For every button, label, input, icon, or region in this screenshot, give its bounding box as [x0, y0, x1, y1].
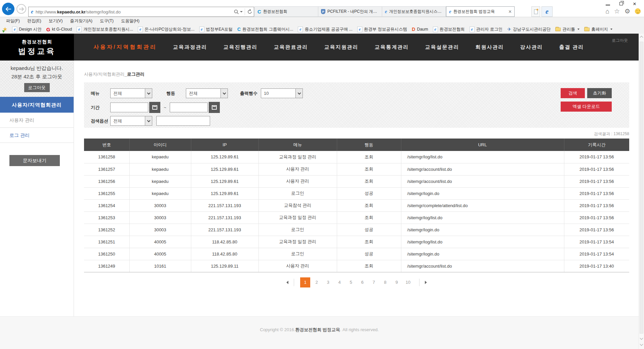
nav-item[interactable]: 교육완료관리: [274, 44, 308, 50]
table-row[interactable]: 136125430003221.157.131.193교육참석 관리조회/sit…: [84, 199, 629, 211]
table-row[interactable]: 136125140005118.42.85.80교육과정 일정 관리조회/sit…: [84, 236, 629, 248]
nav-item[interactable]: 사용자/지역협회관리: [93, 44, 157, 51]
nav-item[interactable]: 교육지원관리: [324, 44, 358, 50]
date-from-calendar-button[interactable]: [149, 102, 160, 113]
date-to-input[interactable]: [170, 103, 208, 112]
site-logo[interactable]: 환경보전협회 법정교육: [0, 34, 74, 61]
scroll-up-icon[interactable]: [640, 36, 643, 39]
header-logout-link[interactable]: 로그아웃: [612, 38, 628, 43]
dropdown-button[interactable]: [145, 116, 152, 125]
browser-tab[interactable]: PPCFILTER - 내PC안의 개인정...: [318, 6, 382, 17]
nav-item[interactable]: 교육진행관리: [223, 44, 257, 50]
add-favorite-icon[interactable]: ★: [3, 27, 7, 32]
browser-tab[interactable]: e개인정보보호종합지원시스템 ...: [382, 6, 446, 17]
table-row[interactable]: 136125330003221.157.131.193교육과정 일정 관리조회/…: [84, 211, 629, 224]
favorites-item[interactable]: e법정부EA포털: [199, 27, 233, 32]
favorites-item[interactable]: e중소기업제품 공공구매 ...: [298, 27, 352, 32]
back-button[interactable]: [2, 3, 14, 15]
nav-item[interactable]: 교육설문관리: [425, 44, 459, 50]
url-text[interactable]: http://www.kepaedu.or.kr/sitemgr/log/lis…: [36, 9, 234, 14]
browser-tab[interactable]: C환경보전협회: [254, 6, 318, 17]
rows-per-page-select[interactable]: 10: [261, 88, 303, 98]
menu-item[interactable]: 파일(F): [6, 18, 20, 24]
settings-gear-icon[interactable]: ⚙: [625, 8, 630, 14]
page-number[interactable]: 5: [346, 277, 356, 287]
favorites-item[interactable]: e환경보전협회: [433, 27, 465, 32]
table-row[interactable]: 1361257kepaedu125.129.89.61사용자 관리조회/site…: [84, 163, 629, 175]
nav-item[interactable]: 회원사관리: [475, 44, 504, 50]
nav-item[interactable]: 교육통계관리: [374, 44, 409, 50]
favorites-item[interactable]: 홈페이지: [584, 27, 612, 32]
ie-logo-button[interactable]: e: [541, 6, 553, 17]
favorites-item[interactable]: 관리툴: [555, 27, 579, 32]
sidebar-section-header[interactable]: 사용자/지역협회관리: [0, 97, 74, 113]
date-to-calendar-button[interactable]: [209, 102, 220, 113]
minimize-button[interactable]: [601, 0, 614, 7]
new-tab-button[interactable]: ★: [531, 6, 540, 17]
table-row[interactable]: 1361256kepaedu125.129.89.61사용자 관리조회/site…: [84, 175, 629, 187]
vertical-scrollbar[interactable]: [639, 34, 644, 349]
send-sms-button[interactable]: 문자보내기: [9, 155, 60, 166]
search-keyword-input[interactable]: [156, 116, 210, 126]
menu-item[interactable]: 도구(T): [100, 18, 114, 24]
favorites-item[interactable]: C환경보전협회 그룹웨어시...: [237, 27, 293, 32]
menu-item[interactable]: 즐겨찾기(A): [70, 18, 92, 24]
nav-item[interactable]: 교육과정관리: [173, 44, 207, 50]
close-button[interactable]: ×: [628, 0, 641, 7]
next-page-icon[interactable]: [425, 281, 427, 284]
prev-page-icon[interactable]: [286, 281, 288, 284]
date-from-input[interactable]: [110, 103, 148, 112]
page-number[interactable]: 10: [403, 277, 413, 287]
page-number[interactable]: 1: [300, 277, 310, 287]
menu-item[interactable]: 도움말(H): [121, 18, 139, 24]
search-dropdown-icon[interactable]: [240, 11, 243, 12]
scrollbar-thumb[interactable]: [640, 42, 643, 334]
reset-button[interactable]: 초기화: [587, 88, 612, 98]
menu-item[interactable]: 보기(V): [49, 18, 63, 24]
page-number[interactable]: 4: [334, 277, 345, 287]
search-button[interactable]: 검색: [561, 88, 585, 98]
page-number[interactable]: 8: [380, 277, 390, 287]
logout-button[interactable]: 로그아웃: [24, 83, 50, 92]
page-number[interactable]: 2: [312, 277, 322, 287]
search-icon[interactable]: [234, 9, 239, 14]
excel-download-button[interactable]: 엑셀 다운로드: [561, 102, 612, 112]
page-number[interactable]: 3: [323, 277, 333, 287]
address-bar[interactable]: e http://www.kepaedu.or.kr/sitemgr/log/l…: [28, 7, 254, 17]
forward-button[interactable]: [16, 4, 26, 14]
favorites-item[interactable]: e환경부 정보공유시스템: [357, 27, 407, 32]
scroll-down-icon[interactable]: [640, 337, 643, 340]
favorites-item[interactable]: e관리자 로그인: [470, 27, 502, 32]
restore-button[interactable]: [614, 0, 628, 7]
menu-item[interactable]: 편집(E): [27, 18, 41, 24]
sidebar-menu-item[interactable]: 로그 관리: [0, 128, 74, 143]
table-row[interactable]: 136125040005118.42.85.80로그인성공/sitemgr/lo…: [84, 248, 629, 260]
favorites-item[interactable]: Gkt G-Cloud: [46, 27, 72, 32]
menu-filter-select[interactable]: 전체: [110, 88, 152, 98]
page-number[interactable]: 7: [369, 277, 379, 287]
scroll-down-icon[interactable]: [640, 343, 643, 346]
sidebar-menu-item[interactable]: 사용자 관리: [0, 113, 74, 128]
nav-item[interactable]: 출결 관리: [559, 44, 584, 50]
favorites-star-icon[interactable]: ☆: [614, 8, 620, 14]
refresh-icon[interactable]: [247, 9, 252, 14]
favorites-item[interactable]: e개인정보보호종합지원시...: [77, 27, 133, 32]
feedback-smiley-icon[interactable]: [635, 8, 641, 14]
home-icon[interactable]: ⌂: [605, 8, 609, 14]
page-number[interactable]: 6: [357, 277, 367, 287]
favorites-item[interactable]: ✈강남구도시관리공단: [507, 27, 551, 32]
table-row[interactable]: 1361258kepaedu125.129.89.61교육과정 일정 관리조회/…: [84, 151, 629, 163]
action-filter-select[interactable]: 전체: [186, 88, 228, 98]
table-row[interactable]: 1361255kepaedu125.129.89.61로그인성공/sitemgr…: [84, 187, 629, 199]
favorites-item[interactable]: e온-나라PC영상회의-정보...: [138, 27, 195, 32]
dropdown-button[interactable]: [295, 89, 303, 98]
page-number[interactable]: 9: [392, 277, 402, 287]
tab-close-icon[interactable]: ×: [509, 9, 512, 14]
browser-tab-active[interactable]: e환경보전협회 법정교육×: [446, 6, 515, 17]
dropdown-button[interactable]: [145, 89, 152, 98]
favorites-item[interactable]: DDaum: [412, 27, 428, 32]
table-row[interactable]: 136125230003221.157.131.193로그인성공/sitemgr…: [84, 224, 629, 236]
table-row[interactable]: 136124910161125.129.89.11사용자 관리조회/sitemg…: [84, 260, 629, 272]
favorites-item[interactable]: eDesign 시안: [12, 27, 41, 32]
dropdown-button[interactable]: [220, 89, 228, 98]
